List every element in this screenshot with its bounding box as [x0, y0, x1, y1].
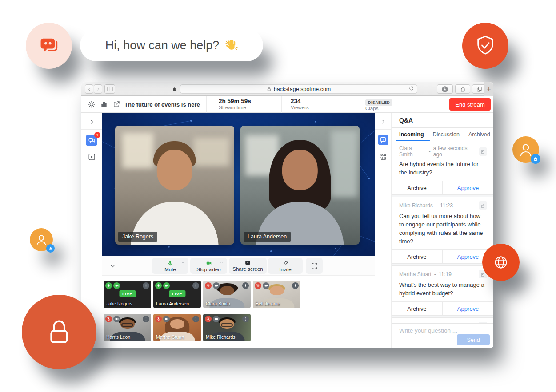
address-bar[interactable]: backstage.spotme.com: [180, 84, 417, 94]
camera-icon[interactable]: [113, 316, 120, 322]
right-rail: ?: [375, 113, 392, 348]
participant-tile[interactable]: LIVE Laura Andersen: [153, 281, 201, 308]
analytics-chart-icon[interactable]: [100, 100, 108, 108]
archive-button[interactable]: Archive: [392, 250, 442, 263]
edit-question-icon[interactable]: [479, 201, 487, 210]
participant-name: Harris Leon: [106, 334, 130, 340]
open-external-icon[interactable]: [112, 100, 120, 108]
chevron-down-icon[interactable]: [180, 260, 185, 266]
qa-panel: Q&A Incoming Discussion Archived Clara S…: [392, 113, 493, 348]
collapse-right-rail-button[interactable]: [379, 117, 388, 126]
participant-tile[interactable]: Martha Stuart: [153, 314, 201, 341]
refresh-button[interactable]: [408, 86, 414, 93]
stop-video-button[interactable]: Stop video: [190, 258, 227, 274]
share-screen-button[interactable]: Share screen: [229, 258, 267, 274]
collapse-left-rail-button[interactable]: [87, 117, 96, 126]
chat-icon: [37, 34, 60, 57]
mic-muted-icon[interactable]: [105, 316, 112, 322]
tabs-icon: [476, 86, 483, 92]
end-stream-button[interactable]: End stream: [449, 98, 491, 111]
participant-name: Bell Jerome: [256, 301, 280, 306]
more-options-icon[interactable]: [242, 282, 249, 289]
camera-icon[interactable]: [213, 282, 220, 289]
mic-muted-icon[interactable]: [205, 282, 212, 289]
chevron-right-icon: [89, 119, 95, 125]
camera-icon[interactable]: [213, 316, 220, 322]
back-button[interactable]: [85, 84, 93, 94]
mic-on-icon[interactable]: [155, 282, 162, 289]
qa-tabs: Incoming Discussion Archived: [392, 128, 493, 141]
participant-name: Clara Smith: [206, 301, 230, 306]
send-button[interactable]: Send: [457, 334, 490, 345]
chevron-left-icon: [87, 87, 92, 91]
sidebar-icon: [107, 87, 113, 91]
mic-muted-icon[interactable]: [205, 316, 212, 322]
share-icon: [460, 86, 466, 92]
speaker-name-tag: Jake Rogers: [118, 232, 157, 242]
tab-archived[interactable]: Archived: [468, 131, 490, 138]
settings-gear-icon[interactable]: [88, 100, 96, 108]
media-panel-button[interactable]: [86, 151, 97, 162]
new-tab-button[interactable]: +: [484, 82, 493, 96]
more-options-icon[interactable]: [242, 316, 249, 322]
participant-tile[interactable]: Mike Richards: [203, 314, 251, 341]
participant-name: Jake Rogers: [106, 301, 132, 306]
invite-button[interactable]: Invite: [268, 258, 303, 274]
camera-icon[interactable]: [263, 282, 269, 289]
speaker-video-laura[interactable]: Laura Andersen: [240, 126, 360, 245]
approve-button[interactable]: Approve: [442, 302, 493, 315]
more-options-icon[interactable]: [143, 282, 149, 289]
mic-muted-icon[interactable]: [155, 316, 162, 322]
mic-on-icon[interactable]: [105, 282, 112, 289]
browser-toolbar: backstage.spotme.com +: [81, 82, 493, 96]
tab-incoming[interactable]: Incoming: [399, 131, 424, 138]
stream-time-label: Stream time: [219, 105, 251, 111]
help-speech-bubble[interactable]: Hi, how can we help?: [80, 29, 263, 61]
camera-icon[interactable]: [163, 316, 170, 322]
mic-muted-icon[interactable]: [255, 282, 261, 289]
camera-on-icon[interactable]: [163, 282, 170, 289]
share-button[interactable]: [455, 84, 470, 94]
approve-button[interactable]: Approve: [442, 181, 493, 194]
question-card: Mike Richards - 11:23 Can you tell us mo…: [392, 197, 493, 263]
more-options-icon[interactable]: [192, 282, 199, 289]
chat-bubble-avatar: [26, 23, 72, 69]
more-options-icon[interactable]: [192, 316, 199, 322]
viewers-metric: 234 Viewers: [291, 98, 309, 111]
chevron-right-icon: [380, 119, 386, 125]
lock-badge: [46, 244, 55, 253]
sidebar-toggle-button[interactable]: [104, 84, 115, 94]
extension-button[interactable]: [168, 84, 179, 94]
controls-divider: [123, 258, 123, 274]
lock-icon: [48, 246, 53, 251]
more-options-icon[interactable]: [292, 282, 299, 289]
chat-panel-button[interactable]: 1: [86, 135, 97, 146]
participant-name: Mike Richards: [206, 334, 236, 340]
speaker-video-jake[interactable]: Jake Rogers: [115, 126, 234, 245]
archive-button[interactable]: Archive: [392, 302, 442, 315]
mute-button[interactable]: Mute: [152, 258, 188, 274]
call-controls: Mute Stop video Share screen Invite: [102, 256, 375, 276]
speaker-silhouette: [240, 126, 360, 245]
participant-avatar-bubble: [512, 136, 539, 163]
archive-button[interactable]: Archive: [392, 181, 442, 194]
tab-discussion[interactable]: Discussion: [433, 131, 460, 138]
qa-panel-button[interactable]: ?: [378, 135, 388, 145]
participant-name: Laura Andersen: [156, 301, 189, 306]
collapse-controls-button[interactable]: [106, 260, 119, 272]
camera-on-icon[interactable]: [113, 282, 120, 289]
edit-question-icon[interactable]: [479, 147, 487, 156]
participant-tile[interactable]: Harris Leon: [104, 314, 151, 341]
audience-panel-button[interactable]: [377, 151, 389, 162]
fullscreen-button[interactable]: [306, 258, 323, 274]
chevron-down-icon[interactable]: [219, 260, 224, 266]
participant-tile[interactable]: Clara Smith: [203, 281, 251, 308]
more-options-icon[interactable]: [143, 316, 149, 322]
downloads-button[interactable]: [437, 84, 453, 94]
question-text: Can you tell us more about how to engage…: [392, 212, 493, 249]
header-divider: [281, 96, 282, 113]
participant-tile[interactable]: LIVE Jake Rogers: [104, 281, 151, 308]
participant-tile[interactable]: Bell Jerome: [253, 281, 300, 308]
question-input[interactable]: [399, 327, 479, 334]
forward-button[interactable]: [94, 84, 102, 94]
